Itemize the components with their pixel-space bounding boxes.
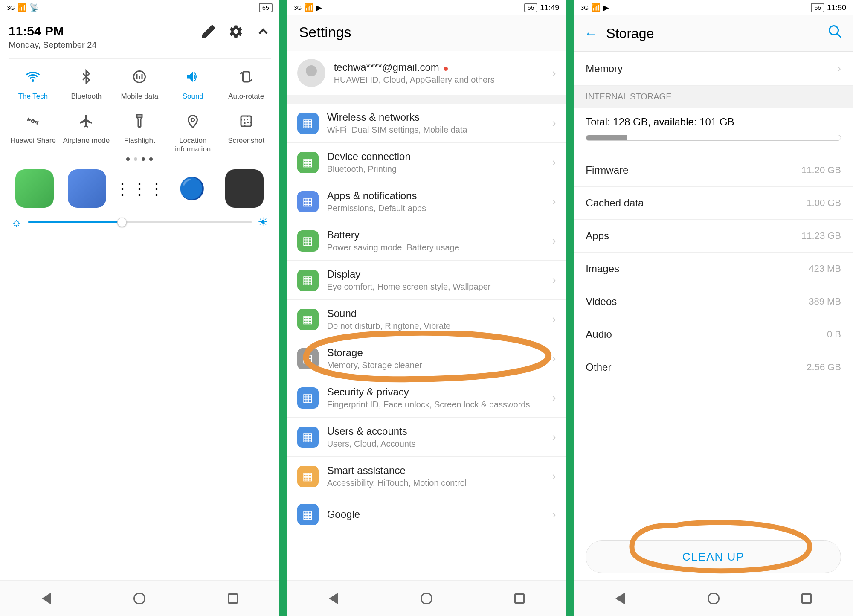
- settings-row-smart-assistance[interactable]: ▦Smart assistanceAccessibility, HiTouch,…: [287, 457, 566, 496]
- brightness-slider[interactable]: ☼ ☀: [9, 206, 271, 233]
- storage-progress-bar: [586, 135, 841, 141]
- settings-row-device-connection[interactable]: ▦Device connectionBluetooth, Printing›: [287, 143, 566, 182]
- chevron-right-icon: ›: [837, 62, 841, 75]
- signal-icon: 📶: [17, 3, 27, 12]
- row-subtitle: Wi-Fi, Dual SIM settings, Mobile data: [327, 125, 544, 135]
- row-title: Wireless & networks: [327, 111, 544, 123]
- chevron-right-icon: ›: [552, 116, 556, 130]
- settings-row-apps-notifications[interactable]: ▦Apps & notificationsPermissions, Defaul…: [287, 182, 566, 221]
- dock-phone-app[interactable]: [15, 169, 54, 208]
- wifi-status-icon: 📡: [29, 3, 39, 12]
- qs-tile-huawei-share[interactable]: Huawei Share: [9, 113, 58, 154]
- qs-tile-sound[interactable]: Sound: [168, 69, 218, 101]
- qs-tile-screenshot[interactable]: Screenshot: [222, 113, 271, 154]
- settings-row-wireless-networks[interactable]: ▦Wireless & networksWi-Fi, Dual SIM sett…: [287, 104, 566, 143]
- qs-tile-label: Huawei Share: [10, 137, 56, 145]
- qs-tile-location[interactable]: Location information: [168, 113, 218, 154]
- storage-row-value: 389 MB: [809, 296, 841, 307]
- wifi-icon: [25, 69, 41, 88]
- search-icon[interactable]: [827, 24, 843, 43]
- qs-tile-bluetooth[interactable]: Bluetooth: [62, 69, 111, 101]
- dock-chrome-app[interactable]: 🔵: [173, 169, 211, 208]
- cleanup-button[interactable]: CLEAN UP: [586, 540, 841, 573]
- qs-tile-mobile-data[interactable]: Mobile data: [115, 69, 164, 101]
- svg-point-2: [32, 120, 34, 122]
- qs-tile-airplane[interactable]: Airplane mode: [62, 113, 111, 154]
- settings-row-sound[interactable]: ▦SoundDo not disturb, Ringtone, Vibrate›: [287, 300, 566, 339]
- section-header: INTERNAL STORAGE: [574, 86, 853, 108]
- row-icon: ▦: [297, 191, 319, 212]
- collapse-chevron-icon[interactable]: [255, 24, 271, 43]
- chevron-right-icon: ›: [552, 352, 556, 365]
- settings-row-security-privacy[interactable]: ▦Security & privacyFingerprint ID, Face …: [287, 378, 566, 418]
- storage-row-label: Cached data: [586, 197, 644, 209]
- dock-drawer-app[interactable]: ⋮⋮⋮: [120, 169, 159, 208]
- row-title: Smart assistance: [327, 465, 544, 477]
- qs-tile-flashlight[interactable]: Flashlight: [115, 113, 164, 154]
- storage-row-firmware[interactable]: Firmware11.20 GB: [574, 154, 853, 187]
- nav-recents-button[interactable]: [224, 590, 241, 607]
- settings-gear-icon[interactable]: [228, 24, 244, 43]
- signal-icon: 📶: [591, 3, 601, 12]
- qs-tile-label: Screenshot: [228, 137, 264, 145]
- nav-home-button[interactable]: [131, 590, 148, 607]
- nav-back-button[interactable]: [38, 590, 55, 607]
- back-arrow-icon[interactable]: ←: [584, 26, 598, 41]
- nav-back-button[interactable]: [325, 590, 342, 607]
- storage-total-text: Total: 128 GB, available: 101 GB: [586, 116, 841, 128]
- phone-settings: 3G 📶 ▶ 66 11:49 Settings techwa****@gmai…: [287, 0, 566, 616]
- chevron-right-icon: ›: [552, 313, 556, 326]
- row-subtitle: Permissions, Default apps: [327, 203, 544, 213]
- svg-line-7: [837, 34, 841, 38]
- qs-tile-label: Airplane mode: [63, 137, 110, 145]
- status-bar: 3G 📶 ▶ 66 11:50: [574, 0, 853, 15]
- nav-home-button[interactable]: [418, 590, 435, 607]
- row-subtitle: Eye comfort, Home screen style, Wallpape…: [327, 282, 544, 292]
- row-subtitle: Users, Cloud, Accounts: [327, 439, 544, 449]
- storage-row-images[interactable]: Images423 MB: [574, 253, 853, 285]
- settings-row-storage[interactable]: ▦StorageMemory, Storage cleaner›: [287, 339, 566, 378]
- storage-total-row: Total: 128 GB, available: 101 GB: [574, 108, 853, 154]
- brightness-low-icon: ☼: [11, 215, 22, 229]
- storage-row-cached-data[interactable]: Cached data1.00 GB: [574, 187, 853, 220]
- clock-time: 11:54 PM: [9, 24, 96, 38]
- storage-row-videos[interactable]: Videos389 MB: [574, 285, 853, 318]
- nav-recents-button[interactable]: [511, 590, 528, 607]
- screenshot-icon: [238, 113, 254, 132]
- account-row[interactable]: techwa****@gmail.com HUAWEI ID, Cloud, A…: [287, 51, 566, 95]
- settings-row-battery[interactable]: ▦BatteryPower saving mode, Battery usage…: [287, 221, 566, 261]
- battery-indicator: 66: [524, 3, 538, 12]
- avatar-icon: [297, 59, 325, 87]
- network-indicator: 3G: [580, 4, 589, 11]
- storage-row-label: Other: [586, 361, 611, 373]
- storage-row-audio[interactable]: Audio0 B: [574, 318, 853, 351]
- edit-icon[interactable]: [201, 24, 216, 43]
- storage-row-value: 423 MB: [809, 263, 841, 274]
- dock-messages-app[interactable]: [68, 169, 106, 208]
- row-icon: ▦: [297, 348, 319, 369]
- nav-back-button[interactable]: [612, 590, 629, 607]
- storage-row-other[interactable]: Other2.56 GB: [574, 351, 853, 384]
- settings-row-users-accounts[interactable]: ▦Users & accountsUsers, Cloud, Accounts›: [287, 418, 566, 457]
- qs-tile-label: Mobile data: [121, 92, 158, 101]
- qs-tile-wifi[interactable]: The Tech: [9, 69, 58, 101]
- page-title: Settings: [287, 15, 566, 51]
- storage-row-label: Firmware: [586, 164, 628, 176]
- settings-list: techwa****@gmail.com HUAWEI ID, Cloud, A…: [287, 51, 566, 533]
- nav-home-button[interactable]: [705, 590, 722, 607]
- page-indicator: [126, 157, 153, 161]
- qs-tile-label: Sound: [183, 92, 203, 101]
- memory-row[interactable]: Memory ›: [574, 52, 853, 86]
- settings-row-display[interactable]: ▦DisplayEye comfort, Home screen style, …: [287, 261, 566, 300]
- dock-camera-app[interactable]: [225, 169, 264, 208]
- row-subtitle: Bluetooth, Printing: [327, 164, 544, 174]
- qs-tile-label: Auto-rotate: [228, 92, 264, 101]
- storage-row-label: Images: [586, 263, 619, 275]
- nav-recents-button[interactable]: [798, 590, 815, 607]
- qs-tile-auto-rotate[interactable]: Auto-rotate: [222, 69, 271, 101]
- row-icon: ▦: [297, 152, 319, 173]
- storage-row-apps[interactable]: Apps11.23 GB: [574, 220, 853, 253]
- row-title: Apps & notifications: [327, 190, 544, 202]
- settings-row-google[interactable]: ▦Google›: [287, 496, 566, 533]
- row-subtitle: Fingerprint ID, Face unlock, Screen lock…: [327, 400, 544, 410]
